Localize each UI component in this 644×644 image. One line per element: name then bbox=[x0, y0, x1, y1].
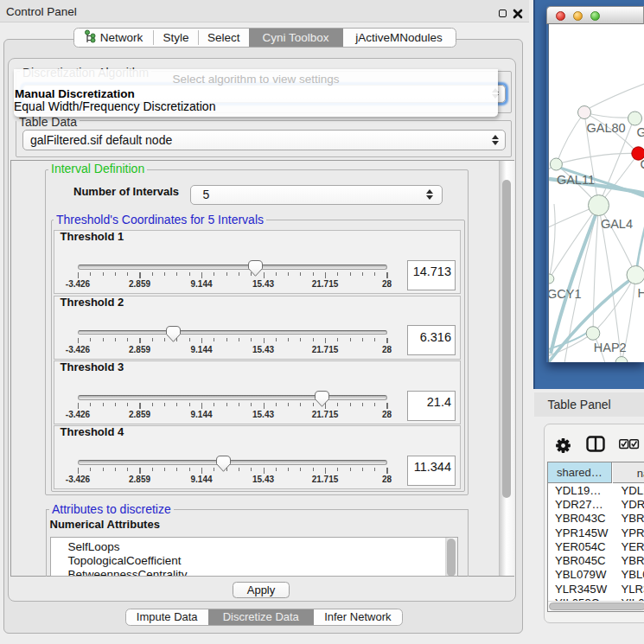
svg-text:GAL4: GAL4 bbox=[600, 217, 632, 231]
svg-text:GA: GA bbox=[636, 125, 644, 139]
svg-text:GAL11: GAL11 bbox=[556, 173, 594, 187]
svg-text:GCY1: GCY1 bbox=[549, 286, 582, 300]
svg-text:HAP2: HAP2 bbox=[593, 341, 626, 354]
svg-text:C: C bbox=[640, 157, 644, 171]
svg-text:H: H bbox=[637, 285, 644, 299]
svg-text:GAL80: GAL80 bbox=[586, 120, 625, 134]
